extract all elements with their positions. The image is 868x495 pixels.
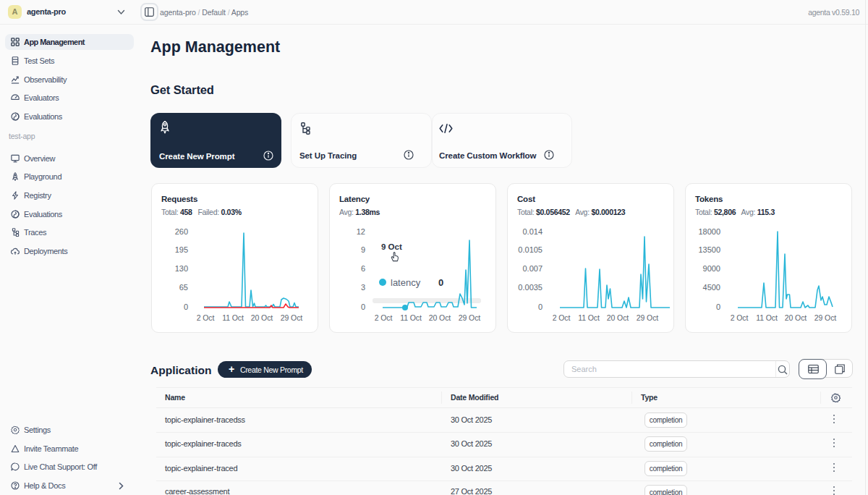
svg-text:29 Oct: 29 Oct	[281, 313, 303, 322]
svg-text:13500: 13500	[698, 245, 720, 254]
svg-text:0: 0	[184, 302, 188, 311]
svg-text:2 Oct: 2 Oct	[553, 313, 571, 322]
svg-text:11 Oct: 11 Oct	[578, 313, 600, 322]
svg-text:0: 0	[361, 302, 365, 311]
svg-text:11 Oct: 11 Oct	[222, 313, 244, 322]
svg-text:260: 260	[175, 227, 188, 236]
svg-text:6: 6	[361, 264, 365, 273]
svg-text:0: 0	[716, 302, 720, 311]
svg-text:2 Oct: 2 Oct	[375, 313, 393, 322]
svg-text:11 Oct: 11 Oct	[756, 313, 778, 322]
svg-text:2 Oct: 2 Oct	[197, 313, 215, 322]
svg-text:11 Oct: 11 Oct	[400, 313, 422, 322]
svg-text:9000: 9000	[703, 264, 720, 273]
svg-text:29 Oct: 29 Oct	[814, 313, 837, 322]
svg-text:0.014: 0.014	[522, 227, 542, 236]
svg-text:12: 12	[357, 227, 365, 236]
svg-text:65: 65	[179, 283, 188, 292]
svg-text:9: 9	[361, 245, 365, 254]
svg-text:29 Oct: 29 Oct	[459, 313, 481, 322]
svg-text:0: 0	[538, 302, 542, 311]
svg-text:0.0105: 0.0105	[518, 245, 542, 254]
svg-text:20 Oct: 20 Oct	[785, 313, 807, 322]
svg-text:latency: latency	[391, 277, 421, 288]
svg-text:4500: 4500	[703, 283, 720, 292]
svg-text:195: 195	[175, 245, 188, 254]
svg-text:0: 0	[438, 277, 443, 288]
svg-text:20 Oct: 20 Oct	[607, 313, 629, 322]
svg-text:20 Oct: 20 Oct	[251, 313, 273, 322]
svg-text:2 Oct: 2 Oct	[731, 313, 749, 322]
svg-text:18000: 18000	[698, 227, 720, 236]
svg-text:9 Oct: 9 Oct	[381, 242, 402, 251]
svg-text:0.0035: 0.0035	[518, 283, 542, 292]
svg-text:29 Oct: 29 Oct	[637, 313, 659, 322]
svg-text:3: 3	[361, 283, 365, 292]
svg-text:130: 130	[175, 264, 188, 273]
svg-text:0.007: 0.007	[522, 264, 542, 273]
svg-text:20 Oct: 20 Oct	[429, 313, 451, 322]
